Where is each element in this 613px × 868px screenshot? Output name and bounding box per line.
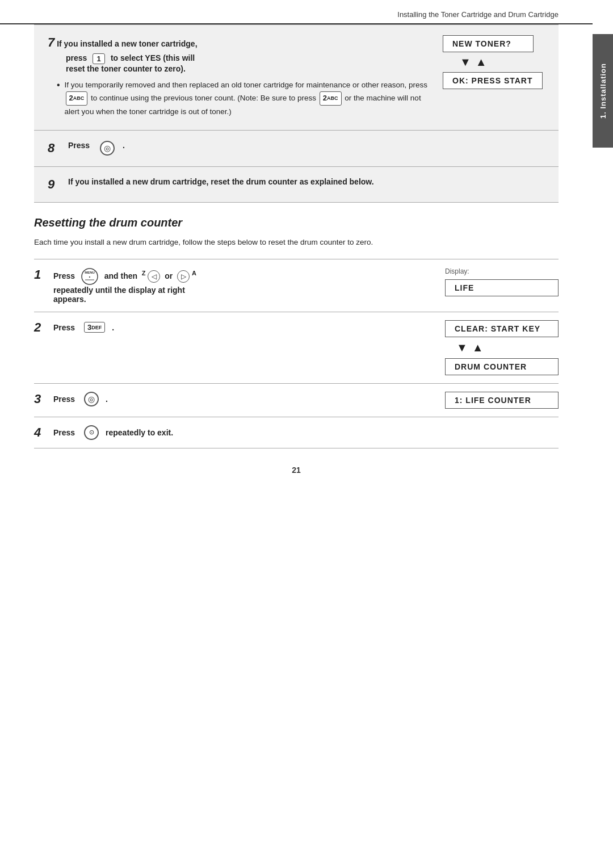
- step-7-arrows: ▼ ▲: [443, 56, 487, 69]
- svg-text:•: •: [89, 274, 91, 279]
- sub-step-4-stop-btn: ⊙: [84, 425, 99, 440]
- sub-step-2-arrows: ▼ ▲: [445, 341, 559, 354]
- step-7-number: 7: [48, 35, 54, 49]
- sub-step-1-display-value: LIFE: [445, 279, 559, 296]
- sub-step-2-right: CLEAR: START KEY ▼ ▲ DRUM COUNTER: [445, 320, 559, 375]
- sub-step-3-display: 1: LIFE COUNTER: [445, 392, 559, 409]
- sub-step-1-block: 1 Press MENU • and then: [34, 259, 559, 312]
- step-7-bold4: reset the toner counter to zero).: [66, 64, 186, 73]
- sub-step-3-left: 3 Press .: [34, 392, 445, 406]
- sub-step-1-or: or: [162, 271, 175, 280]
- step-9-text: If you installed a new drum cartridge, r…: [68, 177, 374, 186]
- sub-step-2-block: 2 Press 3DEF . CLEAR: START KEY ▼ ▲ DRUM…: [34, 312, 559, 383]
- sub-step-4-number: 4: [34, 425, 48, 440]
- step-7-row: 7 If you installed a new toner cartridge…: [48, 35, 545, 120]
- sub-step-4-left: 4 Press ⊙ repeatedly to exit.: [34, 425, 445, 440]
- sub-step-3-start-btn: [84, 392, 99, 406]
- sub-step-2-period: .: [112, 323, 114, 332]
- section-title: Resetting the drum counter: [34, 216, 559, 229]
- step-7-bullet-text: If you temporarily removed and then repl…: [65, 79, 436, 118]
- page-header: Installing the Toner Cartridge and Drum …: [0, 0, 593, 24]
- step-8-text: Press: [68, 141, 92, 150]
- step-7-bullets: If you temporarily removed and then repl…: [48, 79, 436, 118]
- main-content: 7 If you installed a new toner cartridge…: [0, 24, 593, 497]
- step-9-row: 9 If you installed a new drum cartridge,…: [48, 177, 545, 192]
- sub-step-2-key: 3DEF: [84, 322, 105, 333]
- step-7-bold1: If you installed a new toner cartridge,: [57, 39, 197, 48]
- sub-step-1-number: 1: [34, 267, 48, 282]
- step-7-key3: 2ABC: [320, 91, 342, 106]
- sub-step-1-content: Press MENU • and then Z ◁ or: [53, 267, 196, 304]
- sub-step-4-text: repeatedly to exit.: [106, 428, 173, 437]
- sub-step-1-navright: ▷: [177, 270, 190, 283]
- step-7-display: NEW TONER? ▼ ▲ OK: PRESS START: [443, 35, 545, 89]
- sub-step-2-left: 2 Press 3DEF .: [34, 320, 445, 335]
- step-9-number: 9: [48, 177, 61, 192]
- sub-step-1-navleft: ◁: [148, 270, 160, 283]
- sub-step-4-press: Press: [53, 428, 77, 437]
- step-7-key1: 1: [93, 53, 105, 64]
- step-8-number: 8: [48, 141, 61, 156]
- step-7-display-line1: NEW TONER?: [443, 35, 534, 52]
- sub-step-2-press: Press: [53, 323, 77, 332]
- step-7-block: 7 If you installed a new toner cartridge…: [34, 24, 559, 131]
- sub-step-3-block: 3 Press . 1: LIFE COUNTER: [34, 383, 559, 417]
- page-container: 1. Installation Installing the Toner Car…: [0, 0, 613, 868]
- step-7-bold3: to select YES (this will: [108, 54, 195, 63]
- sub-step-3-press: Press: [53, 395, 77, 404]
- sub-step-1-bold3: repeatedly until the display at right: [53, 286, 196, 295]
- step-8-block: 8 Press .: [34, 131, 559, 166]
- sidebar-tab-label: 1. Installation: [599, 63, 607, 119]
- sub-step-2-display-top: CLEAR: START KEY: [445, 320, 559, 337]
- step-9-block: 9 If you installed a new drum cartridge,…: [34, 167, 559, 203]
- step-7-key2: 2ABC: [66, 91, 88, 106]
- sub-step-1-display-label: Display:: [445, 267, 559, 275]
- sub-step-4-block: 4 Press ⊙ repeatedly to exit.: [34, 417, 559, 448]
- sub-step-1-bold4: appears.: [53, 295, 196, 304]
- step-7-bold2: press: [66, 54, 89, 63]
- step-7-content: 7 If you installed a new toner cartridge…: [48, 35, 436, 120]
- step-8-row: 8 Press .: [48, 141, 545, 156]
- step-8-start-btn: [100, 141, 115, 156]
- sub-step-3-right: 1: LIFE COUNTER: [445, 392, 559, 409]
- page-number: 21: [34, 466, 559, 475]
- sub-step-3-number: 3: [34, 392, 48, 406]
- sub-step-1-z: Z: [142, 270, 146, 276]
- sidebar-tab: 1. Installation: [593, 34, 613, 148]
- header-title: Installing the Toner Cartridge and Drum …: [397, 10, 559, 19]
- menu-icon: MENU •: [81, 267, 99, 286]
- sub-step-1-right: Display: LIFE: [445, 267, 559, 296]
- step-8-period: .: [123, 141, 125, 150]
- sub-step-3-period: .: [106, 395, 108, 404]
- sub-step-1-a: A: [192, 270, 196, 276]
- section-desc: Each time you install a new drum cartrid…: [34, 236, 559, 249]
- step-7-display-line2: OK: PRESS START: [443, 72, 543, 89]
- sub-step-2-display-bottom: DRUM COUNTER: [445, 358, 559, 375]
- sub-step-1-press: Press: [53, 271, 77, 280]
- sub-step-1-andthen: and then: [102, 271, 140, 280]
- sub-step-1-left: 1 Press MENU • and then: [34, 267, 445, 304]
- step-7-bullet: If you temporarily removed and then repl…: [57, 79, 436, 118]
- sub-step-2-number: 2: [34, 320, 48, 335]
